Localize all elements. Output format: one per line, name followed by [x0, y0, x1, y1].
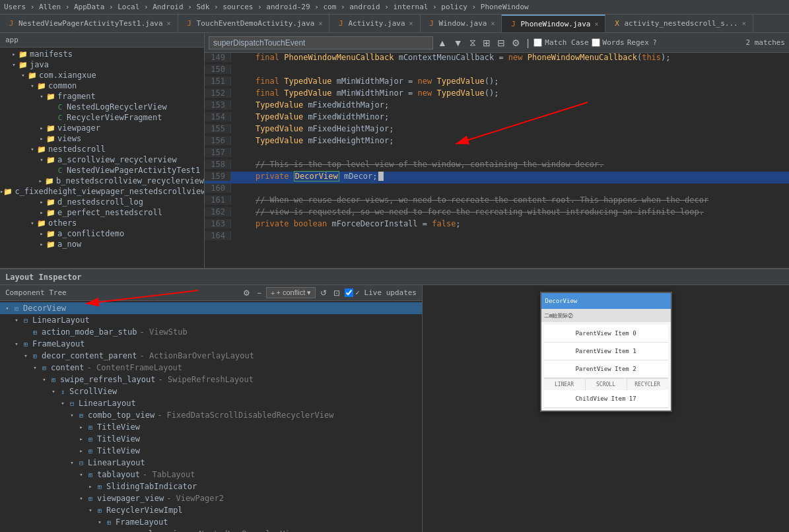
ct-tablayout[interactable]: ▾ ⊞ tablayout - TabLayout [0, 469, 422, 481]
ct-linear-layout-2[interactable]: ▾ ⊟ LinearLayout [0, 397, 422, 409]
code-line-159: 159 private DecorView mDecor; [205, 172, 789, 183]
sidebar-item-manifests[interactable]: ▸ 📁 manifests [0, 49, 204, 59]
ct-decor-content-parent[interactable]: ▾ ⊞ decor_content_parent - ActionBarOver… [0, 350, 422, 362]
conflict-button[interactable]: + + conflict ▾ [266, 287, 316, 298]
sidebar-item-a-scrollview[interactable]: ▾ 📁 a_scrollview_recyclerview [0, 154, 204, 165]
tab-label3: Activity.java [348, 19, 405, 28]
sidebar-item-viewpager[interactable]: ▸ 📁 viewpager [0, 123, 204, 133]
item-label: others [48, 218, 77, 228]
component-tree-header: Component Tree ⚙ − + + conflict ▾ ↺ ⊡ ✓ … [0, 285, 422, 301]
match-case-group: Match Case [533, 38, 588, 47]
tab-close4[interactable]: × [491, 20, 495, 27]
sidebar-item-views[interactable]: ▸ 📁 views [0, 133, 204, 144]
sidebar-item-nested-view-pager[interactable]: ▸ C NestedViewPagerActivityTest1 [0, 165, 204, 176]
ct-recycler-view-impl[interactable]: ▾ ⊞ RecyclerViewImpl [0, 504, 422, 516]
device-toolbar: 二⊞贻景际② [541, 309, 671, 322]
tab-close[interactable]: × [167, 20, 171, 27]
frame-icon4: ⊞ [40, 363, 49, 372]
ct-recycler-view[interactable]: ▾ ⊞ recycler_view - NestedLogRecyclerVie… [0, 528, 422, 532]
line-content [231, 231, 789, 240]
ct-swipe-refresh[interactable]: ▾ ⊞ swipe_refresh_layout - SwipeRefreshL… [0, 374, 422, 385]
live-updates-checkbox[interactable] [345, 288, 353, 297]
sidebar-item-com-xiangxue[interactable]: ▾ 📁 com.xiangxue [0, 70, 204, 81]
ct-linear-layout-1[interactable]: ▾ ⊟ LinearLayout [0, 314, 422, 326]
settings-icon[interactable]: ⚙ [510, 38, 522, 48]
ct-label: LinearLayout [88, 458, 145, 467]
ct-linear-layout-3[interactable]: ▾ ⊟ LinearLayout [0, 457, 422, 469]
ct-title-view-3[interactable]: ▸ ⊞ TitleView [0, 445, 422, 457]
code-line-156: 156 TypedValue mFixedHeightMinor; [205, 136, 789, 148]
sidebar-item-b-nested[interactable]: ▸ 📁 b_nestedscrollview_recyclerview [0, 176, 204, 186]
tab-close2[interactable]: × [318, 20, 322, 27]
tab-nested-view-pager[interactable]: J NestedViewPagerActivityTest1.java × [0, 15, 178, 33]
device-title-text: DecorView [545, 298, 578, 304]
sidebar-item-fragment[interactable]: ▾ 📁 fragment [0, 91, 204, 102]
item-label: manifests [30, 50, 73, 59]
zoom-fit-button[interactable]: ⊡ [331, 288, 342, 298]
ct-content[interactable]: ▾ ⊞ content - ContentFrameLayout [0, 362, 422, 374]
layout-inspector-body: Component Tree ⚙ − + + conflict ▾ ↺ ⊡ ✓ … [0, 285, 789, 532]
tab-close5[interactable]: × [594, 20, 598, 28]
ct-decor-view[interactable]: ▾ ⊞ DecorView [0, 302, 422, 314]
ct-label: FrameLayout [116, 517, 168, 527]
line-content: final TypedValue mMinWidthMinor = new Ty… [231, 88, 789, 98]
sidebar-item-java[interactable]: ▾ 📁 java [0, 59, 204, 70]
arrow-icon: ▸ [37, 241, 46, 248]
sidebar-item-a-conflict[interactable]: ▸ 📁 a_conflictdemo [0, 228, 204, 239]
sidebar-item-nestedscroll[interactable]: ▾ 📁 nestedscroll [0, 144, 204, 154]
arrow-icon: ▸ [36, 178, 45, 184]
tab-window[interactable]: J Window.java × [421, 15, 502, 33]
frame-icon15: ⊞ [114, 529, 123, 532]
ct-label: FrameLayout [32, 339, 85, 349]
layout-inspector-panel: Layout Inspector Component Tree ⚙ − + + … [0, 268, 789, 532]
filter-button[interactable]: ⧖ [467, 37, 478, 48]
settings-button[interactable]: ⚙ [241, 288, 252, 298]
ct-title-view-2[interactable]: ▸ ⊞ TitleView [0, 433, 422, 445]
match-case-checkbox[interactable] [533, 38, 542, 47]
ct-sublabel: - FixedDataScrollDisabledRecyclerView [157, 411, 333, 420]
java-file-icon: C [55, 166, 65, 175]
sidebar-item-e-perfect[interactable]: ▸ 📁 e_perfect_nestedscroll [0, 207, 204, 218]
words-checkbox[interactable] [592, 38, 600, 47]
next-match-button[interactable]: ▼ [452, 38, 465, 48]
tab-activity-nested[interactable]: X activity_nestedscroll_s... × [605, 15, 753, 33]
tab-close3[interactable]: × [409, 20, 413, 27]
ct-combo-top-view[interactable]: ▾ ⊞ combo_top_view - FixedDataScrollDisa… [0, 409, 422, 421]
sidebar-item-a-now[interactable]: ▸ 📁 a_now [0, 239, 204, 249]
pin-button[interactable]: ⊟ [495, 38, 507, 48]
tab-activity[interactable]: J Activity.java × [329, 15, 420, 33]
prev-match-button[interactable]: ▲ [436, 38, 449, 48]
highlight-decor-view: DecorView [294, 171, 339, 182]
ct-sliding-tab[interactable]: ▸ ⊞ SlidingTabIndicator [0, 481, 422, 492]
sidebar-item-others[interactable]: ▾ 📁 others [0, 218, 204, 228]
frame-icon12: ⊞ [86, 494, 95, 503]
ct-scroll-view[interactable]: ▾ ↕ ScrollView [0, 385, 422, 397]
xml-icon: X [612, 19, 621, 28]
tab-close6[interactable]: × [742, 20, 746, 27]
sidebar-item-recycler-view-fragment[interactable]: ▸ C RecyclerViewFragment [0, 112, 204, 123]
sidebar-item-d-nested[interactable]: ▸ 📁 d_nestedscroll_log [0, 197, 204, 207]
code-line-155: 155 TypedValue mFixedHeightMajor; [205, 124, 789, 136]
ct-title-view-1[interactable]: ▸ ⊞ TitleView [0, 421, 422, 433]
ct-action-mode-bar[interactable]: ▸ ⊞ action_mode_bar_stub - ViewStub [0, 326, 422, 338]
sidebar-item-common[interactable]: ▾ 📁 common [0, 81, 204, 91]
tab-phone-window[interactable]: J PhoneWindow.java × [502, 15, 605, 33]
expand-button[interactable]: ⊞ [481, 38, 493, 48]
device-tab-scroll: SCROLL [586, 379, 627, 390]
ct-frame-layout[interactable]: ▾ ⊞ FrameLayout [0, 338, 422, 350]
sidebar-title: app [5, 36, 18, 44]
viewstub-icon: ⊞ [30, 327, 40, 337]
collapse-button[interactable]: − [255, 288, 263, 298]
folder-icon: 📁 [28, 71, 37, 80]
line-num: 163 [205, 219, 231, 228]
refresh-button[interactable]: ↺ [318, 288, 329, 298]
sidebar-item-nested-log-recycler[interactable]: ▸ C NestedLogRecyclerView [0, 102, 204, 112]
device-child-item: ChildView Item 17 [544, 390, 668, 408]
ct-viewpager[interactable]: ▾ ⊞ viewpager_view - ViewPager2 [0, 492, 422, 504]
sidebar-item-c-fixed[interactable]: ▸ 📁 c_fixedheight_viewpager_nestedscroll… [0, 186, 204, 197]
ct-frame-layout-2[interactable]: ▾ ⊞ FrameLayout [0, 516, 422, 528]
search-input[interactable] [209, 36, 433, 50]
tab-touch-event[interactable]: J TouchEventDemoActivity.java × [178, 15, 330, 33]
layout-inspector-header: Layout Inspector [0, 269, 789, 285]
line-num: 155 [205, 124, 231, 133]
